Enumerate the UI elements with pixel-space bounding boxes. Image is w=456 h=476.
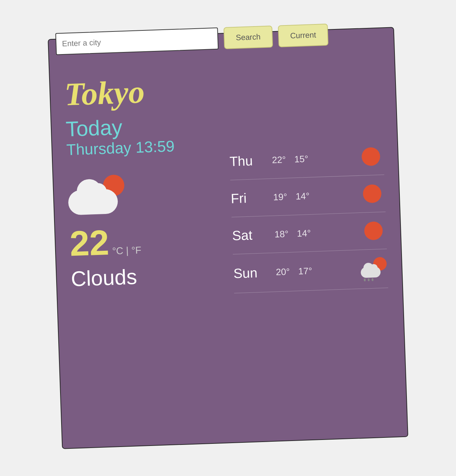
rain-dot-1 bbox=[364, 278, 366, 281]
fahrenheit-label[interactable]: °F bbox=[131, 245, 141, 256]
forecast-day-thu: Thu bbox=[229, 152, 272, 169]
weather-card: Search Current Tokyo Today Thursday 13:5… bbox=[48, 27, 408, 449]
cloud-icon bbox=[68, 189, 118, 215]
forecast-low-sat: 14° bbox=[297, 227, 311, 239]
forecast-row-sat: Sat 18° 14° bbox=[232, 212, 387, 254]
forecast-icon-fri bbox=[360, 182, 385, 204]
forecast-temps-fri: 19° 14° bbox=[273, 188, 361, 203]
city-input[interactable] bbox=[55, 28, 218, 55]
forecast-day-sun: Sun bbox=[233, 265, 276, 281]
temperature-units: °C | °F bbox=[112, 245, 142, 257]
rain-icon bbox=[364, 278, 373, 281]
main-content: Tokyo Today Thursday 13:59 22 °C | °F Cl… bbox=[49, 49, 408, 448]
city-name: Tokyo bbox=[64, 73, 214, 111]
forecast-temps-sat: 18° 14° bbox=[274, 226, 362, 240]
sun-icon-thu bbox=[361, 147, 380, 166]
forecast-icon-sun bbox=[359, 257, 388, 281]
sun-icon-sat bbox=[364, 221, 383, 240]
forecast-low-fri: 14° bbox=[296, 190, 310, 202]
rain-dot-2 bbox=[368, 278, 369, 281]
forecast-row-fri: Fri 19° 14° bbox=[230, 175, 385, 217]
left-panel: Tokyo Today Thursday 13:59 22 °C | °F Cl… bbox=[64, 66, 225, 437]
forecast-icon-thu bbox=[358, 146, 384, 168]
forecast-low-sun: 17° bbox=[298, 266, 312, 277]
forecast-high-sat: 18° bbox=[274, 228, 288, 240]
forecast-temps-sun: 20° 17° bbox=[276, 264, 359, 278]
rain-dot-3 bbox=[372, 278, 373, 281]
app-card: Search Current Tokyo Today Thursday 13:5… bbox=[48, 27, 408, 449]
forecast-day-fri: Fri bbox=[230, 190, 273, 206]
celsius-label[interactable]: °C bbox=[112, 245, 123, 256]
forecast-row-thu: Thu 22° 15° bbox=[229, 138, 384, 180]
forecast-temps-thu: 22° 15° bbox=[272, 151, 359, 166]
forecast-high-thu: 22° bbox=[272, 154, 286, 166]
forecast-row-sun: Sun 20° 17° bbox=[233, 249, 388, 293]
sun-icon-fri bbox=[363, 184, 382, 203]
forecast-low-thu: 15° bbox=[294, 153, 308, 164]
condition-label: Clouds bbox=[71, 262, 220, 291]
forecast-day-sat: Sat bbox=[232, 227, 275, 243]
forecast-high-fri: 19° bbox=[273, 191, 287, 203]
forecast-high-sun: 20° bbox=[276, 266, 290, 278]
forecast-icon-sat bbox=[361, 220, 387, 242]
current-button[interactable]: Current bbox=[278, 24, 328, 47]
cloud-icon-sun bbox=[361, 267, 381, 278]
top-bar: Search Current bbox=[48, 21, 394, 55]
temperature-value: 22 bbox=[69, 225, 110, 261]
unit-separator: | bbox=[123, 245, 131, 256]
temperature-row: 22 °C | °F bbox=[69, 221, 219, 261]
forecast-panel: Thu 22° 15° Fri 19° 14° bbox=[212, 60, 393, 432]
search-button[interactable]: Search bbox=[223, 25, 273, 49]
current-weather-icon bbox=[68, 174, 129, 215]
